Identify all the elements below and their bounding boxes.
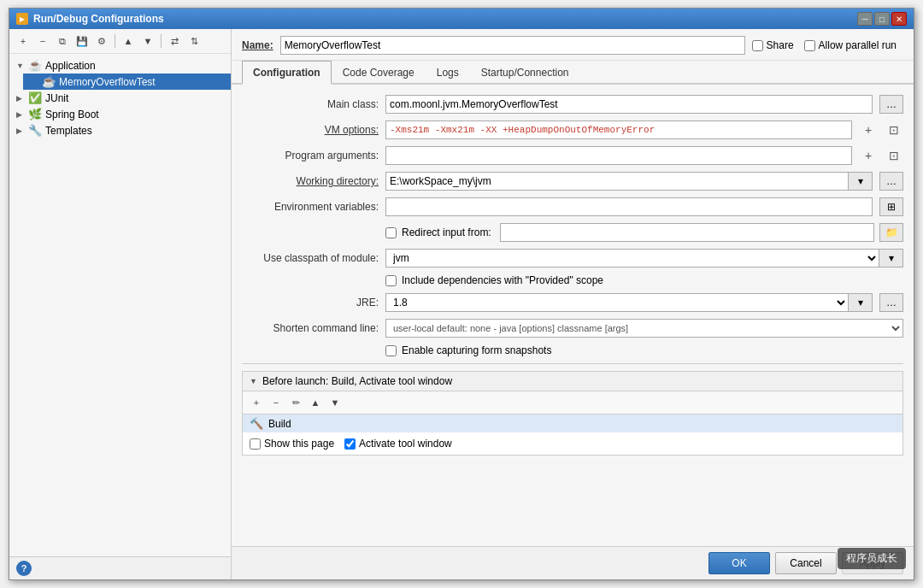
show-page-text: Show this page (264, 438, 334, 450)
tree-toolbar: + − ⧉ 💾 ⚙ ▲ ▼ ⇄ ⇅ (9, 29, 231, 54)
jre-select[interactable]: 1.8 (385, 293, 849, 312)
window-title: Run/Debug Configurations (33, 13, 164, 25)
program-args-label: Program arguments: (242, 150, 379, 162)
classpath-select[interactable]: jvm (385, 249, 879, 268)
parallel-label: Allow parallel run (819, 39, 897, 51)
apply-button[interactable]: Apply (842, 552, 903, 574)
config-tree: ▼ ☕ Application ☕ MemoryOverflowTest ▶ ✅… (9, 54, 231, 556)
program-args-add-button[interactable]: + (859, 146, 878, 165)
name-label: Name: (242, 39, 273, 51)
right-panel: Name: Share Allow parallel run Configu (232, 29, 914, 579)
parallel-checkbox[interactable] (804, 40, 815, 51)
enable-snapshots-label: Enable capturing form snapshots (402, 344, 551, 356)
shorten-select[interactable]: user-local default: none - java [options… (385, 319, 903, 338)
main-class-browse-button[interactable]: … (879, 95, 903, 114)
share-checkbox[interactable] (752, 40, 763, 51)
share-checkbox-label[interactable]: Share (752, 39, 794, 51)
jre-row: JRE: 1.8 ▾ … (242, 293, 903, 312)
redirect-checkbox[interactable] (385, 227, 397, 238)
enable-snapshots-checkbox[interactable] (385, 345, 397, 356)
maximize-button[interactable]: □ (874, 12, 890, 26)
before-launch-build-item[interactable]: 🔨 Build (243, 415, 902, 432)
working-dir-dropdown-button[interactable]: ▾ (849, 172, 873, 191)
program-args-input[interactable] (385, 146, 852, 165)
before-launch-toolbar: + − ✏ ▲ ▼ (243, 391, 902, 415)
jre-browse-button[interactable]: … (879, 293, 903, 312)
junit-arrow: ▶ (16, 94, 25, 103)
tabs-bar: Configuration Code Coverage Logs Startup… (232, 61, 914, 85)
copy-config-button[interactable]: ⧉ (54, 32, 71, 50)
tab-startup[interactable]: Startup/Connection (470, 61, 580, 85)
name-input[interactable] (280, 36, 745, 55)
cancel-button[interactable]: Cancel (775, 552, 837, 574)
build-label: Build (268, 418, 291, 430)
tree-memoryoverflowtest[interactable]: ☕ MemoryOverflowTest (23, 74, 231, 90)
redirect-input[interactable] (500, 223, 874, 242)
minimize-button[interactable]: ─ (857, 12, 873, 26)
springboot-icon: 🌿 (28, 108, 42, 121)
section-divider (242, 363, 903, 364)
before-launch-edit-button[interactable]: ✏ (287, 394, 304, 411)
env-vars-row: Environment variables: ⊞ (242, 197, 903, 216)
add-config-button[interactable]: + (15, 32, 32, 50)
show-page-checkbox[interactable] (250, 438, 261, 450)
application-label: Application (45, 60, 96, 72)
tab-code-coverage[interactable]: Code Coverage (332, 61, 426, 85)
vm-options-add-button[interactable]: + (859, 121, 878, 139)
config-area: Main class: … VM options: + ⊡ Program ar… (232, 85, 914, 546)
activate-tool-label[interactable]: Activate tool window (344, 438, 452, 450)
tab-logs[interactable]: Logs (426, 61, 470, 85)
move-up-button[interactable]: ▲ (120, 32, 137, 50)
classpath-browse-button[interactable]: ▾ (879, 249, 903, 268)
springboot-arrow: ▶ (16, 110, 25, 119)
ok-button[interactable]: OK (708, 552, 770, 574)
classpath-label: Use classpath of module: (242, 252, 379, 264)
sort-config-button[interactable]: ⇅ (185, 32, 203, 50)
separator-1 (115, 34, 115, 48)
working-dir-row: Working directory: ▾ … (242, 172, 903, 191)
before-launch-section: ▼ Before launch: Build, Activate tool wi… (242, 371, 903, 456)
remove-config-button[interactable]: − (34, 32, 51, 50)
show-page-label[interactable]: Show this page (250, 438, 334, 450)
window-icon: ▶ (16, 13, 28, 25)
env-vars-browse-button[interactable]: ⊞ (879, 197, 903, 216)
before-launch-remove-button[interactable]: − (267, 394, 285, 411)
redirect-input-row: Redirect input from: 📁 (242, 223, 903, 242)
working-dir-browse-button[interactable]: … (879, 172, 903, 191)
vm-options-expand-button[interactable]: ⊡ (885, 121, 903, 139)
classpath-row: Use classpath of module: jvm ▾ (242, 249, 903, 268)
program-args-row: Program arguments: + ⊡ (242, 146, 903, 165)
env-vars-input[interactable] (385, 197, 873, 216)
vm-options-row: VM options: + ⊡ (242, 121, 903, 139)
build-icon: 🔨 (250, 417, 263, 430)
help-button[interactable]: ? (16, 561, 32, 576)
before-launch-add-button[interactable]: + (248, 394, 265, 411)
parallel-checkbox-label[interactable]: Allow parallel run (804, 39, 897, 51)
tree-templates-group[interactable]: ▶ 🔧 Templates (9, 122, 231, 138)
move-down-button[interactable]: ▼ (139, 32, 156, 50)
program-args-expand-button[interactable]: ⊡ (885, 146, 903, 165)
jre-dropdown-button[interactable]: ▾ (849, 293, 873, 312)
settings-config-button[interactable]: ⚙ (93, 32, 110, 50)
save-config-button[interactable]: 💾 (73, 32, 91, 50)
tab-configuration[interactable]: Configuration (242, 61, 332, 85)
activate-tool-checkbox[interactable] (344, 438, 356, 450)
before-launch-header: ▼ Before launch: Build, Activate tool wi… (243, 372, 902, 391)
close-button[interactable]: ✕ (891, 12, 907, 26)
tree-springboot-group[interactable]: ▶ 🌿 Spring Boot (9, 106, 231, 122)
before-launch-up-button[interactable]: ▲ (307, 394, 324, 411)
working-dir-input[interactable] (385, 172, 849, 191)
redirect-browse-button[interactable]: 📁 (879, 223, 903, 242)
main-class-input[interactable] (385, 95, 873, 114)
move-config-button[interactable]: ⇄ (166, 32, 183, 50)
name-row: Name: Share Allow parallel run (232, 29, 914, 61)
tree-junit-group[interactable]: ▶ ✅ JUnit (9, 90, 231, 106)
vm-options-input[interactable] (385, 121, 852, 139)
include-deps-checkbox[interactable] (385, 275, 397, 286)
before-launch-toggle[interactable]: ▼ (250, 377, 257, 385)
tree-application-group[interactable]: ▼ ☕ Application (9, 57, 231, 74)
before-launch-down-button[interactable]: ▼ (326, 394, 344, 411)
separator-2 (161, 34, 162, 48)
share-row: Share Allow parallel run (752, 39, 903, 51)
shorten-row: Shorten command line: user-local default… (242, 319, 903, 338)
